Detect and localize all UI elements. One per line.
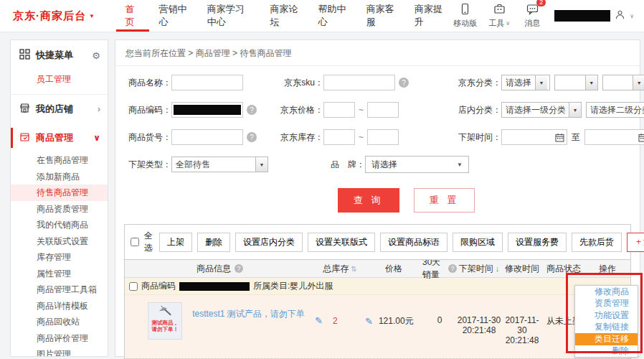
sidebar-item-inventory-mgmt[interactable]: 库存管理 [11,249,108,266]
menu-item-qualification-mgmt[interactable]: 资质管理 [575,298,638,310]
sidebar-item-detail-template[interactable]: 商品详情模板 [11,298,108,314]
jd-stock-min-input[interactable] [323,129,355,145]
product-name-link[interactable]: testtest1 测试产品，请勿下单 [192,308,305,320]
product-table: 全选 上架 删除 设置店内分类 设置关联版式 设置商品标语 限购区域 设置服务费… [124,224,631,359]
col-total-stock[interactable]: 总库存 ⇅ [315,263,365,275]
set-service-fee-button[interactable]: 设置服务费 [508,233,567,252]
jd-price-min-input[interactable] [323,102,355,118]
user-icon [615,9,625,22]
nav-home[interactable]: 首页 [116,0,150,32]
sidebar-item-layout-settings[interactable]: 关联版式设置 [11,233,108,250]
menu-item-copy-link[interactable]: 复制链接 [575,322,638,334]
product-thumbnail[interactable]: 测试商品， 请勿下单！ [148,302,182,340]
redacted-product-code [179,282,250,291]
help-icon[interactable]: ? [235,264,243,273]
publish-button[interactable]: 上架 [159,233,192,252]
jd-price-max-input[interactable] [367,102,399,118]
shop-category-l1-select[interactable]: 请选择一级分类▼ [501,102,582,118]
nav-marketing-center[interactable]: 营销中心 [149,0,197,32]
grid-icon [19,49,30,62]
breadcrumb-pending-sale: 待售商品管理 [240,48,291,58]
jd-stock-max-input[interactable] [367,129,399,145]
help-icon[interactable]: ? [448,264,457,273]
sidebar-item-qualification-mgmt[interactable]: 商品资质管理 [11,201,108,218]
menu-item-edit-product[interactable]: 修改商品 [575,286,638,298]
group-row: 商品编码 所属类目:婴儿外出服 [125,278,630,295]
reset-button[interactable]: 重 置 [414,188,475,213]
date-end-input[interactable] [584,129,644,145]
menu-item-category-migration[interactable]: 类目迁移 [575,333,638,345]
calendar-icon[interactable] [638,133,644,142]
product-no-input[interactable] [171,129,243,145]
jd-sku-input[interactable] [323,75,395,90]
breadcrumb-product-mgmt[interactable]: 商品管理 [196,48,230,58]
logo-text: 京东·商家后台 [13,9,86,23]
offshelf-date-start[interactable] [501,129,567,145]
edit-price-pencil-icon[interactable]: ✎ [365,316,373,327]
select-arrow-icon: ▼ [569,103,581,117]
sort-icon[interactable]: ⇅ [351,265,356,273]
select-arrow-icon: ▼ [585,75,597,90]
user-account-menu[interactable]: ∨ [554,9,634,22]
search-button[interactable]: 查 询 [338,188,399,213]
sidebar-item-toolbox[interactable]: 商品管理工具箱 [11,281,108,298]
jd-category-select-1[interactable]: 请选择▼ [501,75,550,90]
brand-label: 品 牌： [313,159,365,171]
offshelf-time-label: 下架时间： [450,131,501,144]
sidebar-item-recycle-bin[interactable]: 商品回收站 [11,314,108,330]
offshelf-type-select[interactable]: 全部待售▼ [171,157,268,172]
menu-item-feature-settings[interactable]: 功能设置 [575,309,638,322]
offshelf-date-end[interactable] [584,129,644,145]
add-new-product-button[interactable]: + 添加新商品 [627,233,644,252]
brand-select[interactable]: 请选择▼ [365,156,469,173]
row-checkbox[interactable] [129,282,138,291]
help-icon[interactable]: ? [247,132,257,142]
set-slogan-button[interactable]: 设置商品标语 [380,233,448,252]
menu-item-delete[interactable]: 删除 [575,345,638,358]
calendar-icon[interactable] [555,133,564,142]
sidebar-item-pending-sale-mgmt[interactable]: 待售商品管理 [11,185,108,201]
pay-first-button[interactable]: 先款后货 [572,233,622,252]
nav-help-center[interactable]: 帮助中心 [309,0,357,32]
tools-button[interactable]: 工具∨ [488,3,510,29]
purchase-limit-area-button[interactable]: 限购区域 [453,233,503,252]
sidebar-item-employee-mgmt[interactable]: 员工管理 [11,69,108,95]
nav-merchant-learning[interactable]: 商家学习中心 [198,0,261,32]
select-all-checkbox[interactable] [131,238,139,246]
logo[interactable]: 京东·商家后台 ▼ [0,0,116,32]
sidebar-item-image-mgmt[interactable]: 图片管理 [11,346,108,357]
sidebar-item-add-product[interactable]: 添加新商品 [11,169,108,185]
redacted-username [554,10,610,22]
mobile-version-label: 移动版 [453,18,477,29]
sidebar-item-review-mgmt[interactable]: 商品评价管理 [11,330,108,347]
jd-category-select-2[interactable]: ▼ [554,75,598,90]
hammer-icon [157,305,173,320]
sidebar-section-my-shop[interactable]: 我的店铺 › [11,95,108,123]
nav-merchant-service[interactable]: 商家客服 [357,0,405,32]
shop-category-l2-select[interactable]: 请选择二级分类▼ [586,102,644,118]
help-icon[interactable]: ? [399,78,409,88]
product-name-input[interactable] [171,75,243,90]
sidebar-item-onsale-mgmt[interactable]: 在售商品管理 [11,152,108,169]
set-layout-button[interactable]: 设置关联版式 [308,233,375,252]
nav-merchant-improve[interactable]: 商家提升 [405,0,453,32]
delete-button[interactable]: 删除 [197,233,230,252]
messages-button[interactable]: 2 消息 [521,3,543,29]
product-code-input[interactable] [171,102,243,118]
sidebar-item-consignment[interactable]: 我的代销商品 [11,217,108,233]
mobile-version-button[interactable]: 移动版 [453,3,477,29]
edit-stock-pencil-icon[interactable]: ✎ [315,315,323,326]
nav-merchant-forum[interactable]: 商家论坛 [260,0,308,32]
col-offshelf-time[interactable]: 下架时间 ↓ [457,263,501,275]
sidebar-item-attribute-mgmt[interactable]: 属性管理 [11,266,108,282]
gear-icon[interactable]: ⚙ [92,50,100,61]
col-product-info: 商品信息 ? [125,263,315,275]
jd-category-select-3[interactable]: ▼ [602,75,644,90]
help-icon[interactable]: ? [247,105,257,115]
jd-sku-label: 京东sku： [272,77,323,89]
set-shop-category-button[interactable]: 设置店内分类 [235,233,303,252]
modify-time-value: 2017-11-30 20:21:48 [501,315,543,345]
form-actions: 查 询 重 置 [115,178,640,224]
sidebar-section-product-mgmt[interactable]: 商品管理 ∨ [11,123,108,152]
stock-value: 2 [333,316,338,326]
